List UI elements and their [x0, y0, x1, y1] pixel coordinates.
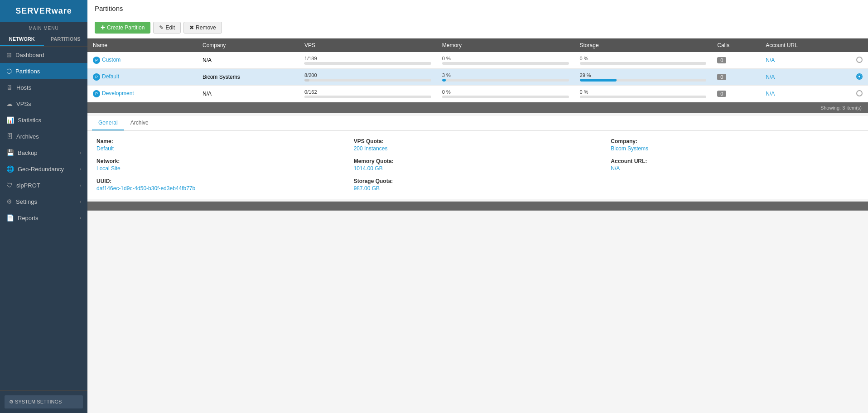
detail-content: Name: Default VPS Quota: 200 Instances C…: [87, 131, 868, 199]
chevron-icon: ›: [80, 216, 81, 221]
select-cell[interactable]: [851, 69, 868, 86]
detail-uuid: UUID: daf146ec-1d9c-4d50-b30f-ed3eb44fb7…: [96, 178, 345, 192]
calls-badge: 0: [717, 57, 726, 63]
sidebar-item-label: Hosts: [16, 84, 31, 91]
page-title: Partitions: [87, 0, 868, 17]
sidebar-item-archives[interactable]: 🗄 Archives: [0, 128, 87, 144]
calls-cell: 0: [712, 86, 760, 102]
account-url-link[interactable]: N/A: [766, 74, 775, 80]
calls-badge: 0: [717, 74, 726, 80]
chevron-icon: ›: [80, 167, 81, 172]
hosts-icon: 🖥: [6, 84, 13, 91]
partition-link[interactable]: Development: [102, 90, 134, 96]
create-partition-button[interactable]: ✚ Create Partition: [95, 22, 150, 34]
sipprot-icon: 🛡: [6, 182, 13, 189]
account-url-link[interactable]: N/A: [766, 91, 775, 97]
sidebar: SERVERware MAIN MENU NETWORK PARTITIONS …: [0, 0, 87, 413]
detail-storage-quota: Storage Quota: 987.00 GB: [354, 178, 602, 192]
memory-cell: 0 %: [437, 86, 574, 102]
select-cell[interactable]: [851, 86, 868, 102]
sidebar-item-vpss[interactable]: ☁ VPSs: [0, 96, 87, 112]
sidebar-nav: ⊞ Dashboard ⬡ Partitions 🖥 Hosts ☁ VPSs …: [0, 47, 87, 390]
partitions-icon: ⬡: [6, 67, 12, 75]
detail-memory-quota: Memory Quota: 1014.00 GB: [354, 158, 602, 172]
vps-bar-fill: [304, 62, 305, 65]
edit-icon: ✎: [159, 24, 164, 31]
vps-bar-bg: [304, 96, 431, 98]
detail-tab-general[interactable]: General: [92, 116, 124, 130]
vps-bar-fill: [304, 79, 309, 82]
storage-value: 0 %: [580, 89, 588, 95]
detail-panel: General Archive Name: Default VPS Quota:…: [87, 116, 868, 199]
tab-partitions[interactable]: PARTITIONS: [44, 33, 88, 46]
table-row[interactable]: PDefaultBicom Systems8/2003 %29 %0N/A: [87, 69, 868, 86]
archives-icon: 🗄: [6, 133, 13, 140]
sidebar-item-label: Backup: [18, 149, 37, 156]
col-company: Company: [197, 38, 299, 52]
memory-cell: 3 %: [437, 69, 574, 86]
vps-cell: 0/162: [299, 86, 437, 102]
calls-cell: 0: [712, 69, 760, 86]
geo-icon: 🌐: [6, 165, 14, 173]
sidebar-item-settings[interactable]: ⚙ Settings ›: [0, 193, 87, 210]
select-cell[interactable]: [851, 52, 868, 69]
storage-value: 0 %: [580, 56, 588, 61]
memory-value: 0 %: [442, 56, 451, 61]
backup-icon: 💾: [6, 149, 14, 156]
col-select: [851, 38, 868, 52]
sidebar-item-hosts[interactable]: 🖥 Hosts: [0, 79, 87, 96]
remove-button[interactable]: ✖ Remove: [183, 22, 222, 34]
sidebar-item-label: sipPROT: [16, 182, 40, 189]
row-select-radio[interactable]: [856, 57, 863, 63]
remove-icon: ✖: [189, 24, 194, 31]
sidebar-item-partitions[interactable]: ⬡ Partitions: [0, 63, 87, 79]
sidebar-item-dashboard[interactable]: ⊞ Dashboard: [0, 47, 87, 63]
memory-bar-bg: [442, 62, 569, 65]
partition-icon: P: [93, 57, 100, 64]
detail-tab-archive[interactable]: Archive: [124, 116, 155, 130]
vps-cell: 1/189: [299, 52, 437, 69]
chevron-icon: ›: [80, 199, 81, 204]
system-settings-button[interactable]: ⚙ SYSTEM SETTINGS: [5, 395, 83, 408]
sidebar-item-statistics[interactable]: 📊 Statistics: [0, 112, 87, 128]
partition-link[interactable]: Default: [102, 73, 119, 80]
settings-icon: ⚙: [6, 198, 12, 205]
sidebar-tabs: NETWORK PARTITIONS: [0, 33, 87, 47]
bottom-bar: [87, 202, 868, 211]
detail-company: Company: Bicom Systems: [611, 138, 859, 152]
sidebar-item-geo-redundancy[interactable]: 🌐 Geo-Redundancy ›: [0, 161, 87, 177]
vpss-icon: ☁: [6, 100, 13, 107]
detail-name: Name: Default: [96, 138, 345, 152]
detail-vps-quota: VPS Quota: 200 Instances: [354, 138, 602, 152]
reports-icon: 📄: [6, 214, 14, 221]
partition-icon: P: [93, 90, 100, 97]
col-memory: Memory: [437, 38, 574, 52]
account-url-cell: N/A: [760, 86, 851, 102]
calls-cell: 0: [712, 52, 760, 69]
row-select-radio[interactable]: [856, 73, 863, 80]
partition-link[interactable]: Custom: [102, 57, 121, 63]
create-icon: ✚: [101, 24, 105, 31]
sidebar-item-label: Settings: [16, 198, 37, 205]
storage-bar-bg: [580, 79, 707, 82]
chevron-icon: ›: [80, 183, 81, 188]
sidebar-item-label: Archives: [16, 133, 39, 140]
main-area: Partitions ✚ Create Partition ✎ Edit ✖ R…: [87, 0, 868, 413]
table-row[interactable]: PDevelopmentN/A0/1620 %0 %0N/A: [87, 86, 868, 102]
vps-value: 8/200: [304, 72, 317, 78]
sidebar-item-backup[interactable]: 💾 Backup ›: [0, 144, 87, 161]
row-select-radio[interactable]: [856, 90, 863, 96]
partition-icon: P: [93, 73, 100, 81]
edit-button[interactable]: ✎ Edit: [153, 22, 181, 34]
tab-network[interactable]: NETWORK: [0, 33, 44, 46]
vps-value: 1/189: [304, 56, 317, 61]
sidebar-item-reports[interactable]: 📄 Reports ›: [0, 210, 87, 226]
sidebar-item-sipprot[interactable]: 🛡 sipPROT ›: [0, 177, 87, 193]
sidebar-item-label: Reports: [18, 215, 39, 221]
chevron-icon: ›: [80, 150, 81, 155]
storage-cell: 0 %: [574, 52, 712, 69]
account-url-link[interactable]: N/A: [766, 57, 775, 63]
table-row[interactable]: PCustomN/A1/1890 %0 %0N/A: [87, 52, 868, 69]
vps-bar-bg: [304, 79, 431, 82]
col-calls: Calls: [712, 38, 760, 52]
